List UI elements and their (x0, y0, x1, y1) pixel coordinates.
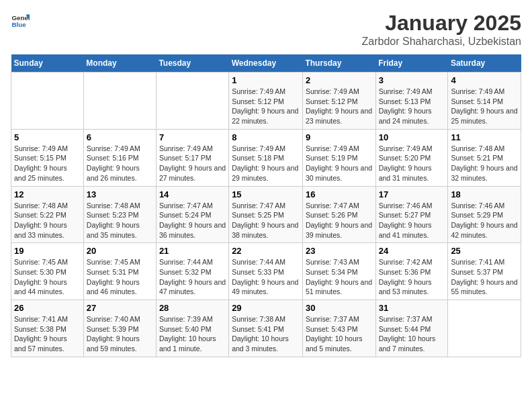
day-header-thursday: Thursday (302, 54, 375, 73)
calendar-cell: 22Sunrise: 7:44 AM Sunset: 5:33 PM Dayli… (229, 243, 303, 300)
day-info: Sunrise: 7:41 AM Sunset: 5:37 PM Dayligh… (451, 257, 518, 297)
day-info: Sunrise: 7:49 AM Sunset: 5:12 PM Dayligh… (232, 87, 300, 126)
day-number: 10 (379, 132, 445, 142)
calendar-cell: 3Sunrise: 7:49 AM Sunset: 5:13 PM Daylig… (375, 73, 448, 130)
day-number: 23 (306, 246, 373, 256)
calendar-cell: 7Sunrise: 7:49 AM Sunset: 5:17 PM Daylig… (156, 129, 228, 186)
day-info: Sunrise: 7:48 AM Sunset: 5:22 PM Dayligh… (14, 201, 81, 240)
day-number: 7 (159, 132, 226, 142)
calendar-cell: 16Sunrise: 7:47 AM Sunset: 5:26 PM Dayli… (302, 186, 375, 243)
day-number: 29 (232, 303, 300, 313)
day-number: 17 (379, 189, 445, 199)
calendar-cell: 24Sunrise: 7:42 AM Sunset: 5:36 PM Dayli… (375, 243, 448, 300)
day-info: Sunrise: 7:49 AM Sunset: 5:20 PM Dayligh… (379, 144, 445, 183)
day-number: 2 (306, 75, 373, 85)
calendar-cell (11, 73, 84, 130)
day-info: Sunrise: 7:37 AM Sunset: 5:43 PM Dayligh… (306, 314, 373, 354)
day-number: 27 (87, 303, 153, 313)
day-number: 21 (159, 246, 226, 256)
calendar-cell: 25Sunrise: 7:41 AM Sunset: 5:37 PM Dayli… (448, 243, 521, 300)
calendar-cell (156, 73, 228, 130)
calendar-cell: 23Sunrise: 7:43 AM Sunset: 5:34 PM Dayli… (302, 243, 375, 300)
calendar-week-3: 12Sunrise: 7:48 AM Sunset: 5:22 PM Dayli… (11, 186, 521, 243)
day-info: Sunrise: 7:44 AM Sunset: 5:33 PM Dayligh… (232, 257, 300, 297)
calendar-week-2: 5Sunrise: 7:49 AM Sunset: 5:15 PM Daylig… (11, 129, 521, 186)
day-number: 14 (159, 189, 226, 199)
day-info: Sunrise: 7:49 AM Sunset: 5:12 PM Dayligh… (306, 87, 373, 126)
calendar-cell: 2Sunrise: 7:49 AM Sunset: 5:12 PM Daylig… (302, 73, 375, 130)
day-info: Sunrise: 7:49 AM Sunset: 5:19 PM Dayligh… (306, 144, 373, 183)
svg-text:Blue: Blue (11, 21, 26, 28)
logo: General Blue (11, 11, 30, 30)
calendar-cell (448, 300, 521, 357)
calendar-cell: 12Sunrise: 7:48 AM Sunset: 5:22 PM Dayli… (11, 186, 84, 243)
day-info: Sunrise: 7:49 AM Sunset: 5:13 PM Dayligh… (379, 87, 445, 126)
calendar-cell: 1Sunrise: 7:49 AM Sunset: 5:12 PM Daylig… (229, 73, 303, 130)
calendar-cell: 14Sunrise: 7:47 AM Sunset: 5:24 PM Dayli… (156, 186, 228, 243)
calendar-cell: 20Sunrise: 7:45 AM Sunset: 5:31 PM Dayli… (83, 243, 156, 300)
day-number: 25 (451, 246, 518, 256)
calendar-cell: 29Sunrise: 7:38 AM Sunset: 5:41 PM Dayli… (229, 300, 303, 357)
day-number: 24 (379, 246, 445, 256)
header: General Blue January 2025 Zarbdor Shahar… (11, 11, 521, 48)
day-info: Sunrise: 7:42 AM Sunset: 5:36 PM Dayligh… (379, 257, 445, 297)
day-info: Sunrise: 7:47 AM Sunset: 5:24 PM Dayligh… (159, 201, 226, 240)
day-number: 26 (14, 303, 81, 313)
day-info: Sunrise: 7:49 AM Sunset: 5:18 PM Dayligh… (232, 144, 300, 183)
calendar-week-1: 1Sunrise: 7:49 AM Sunset: 5:12 PM Daylig… (11, 73, 521, 130)
subtitle: Zarbdor Shaharchasi, Uzbekistan (362, 36, 521, 48)
day-info: Sunrise: 7:46 AM Sunset: 5:27 PM Dayligh… (379, 201, 445, 240)
calendar-cell (83, 73, 156, 130)
day-header-sunday: Sunday (11, 54, 84, 73)
day-number: 31 (379, 303, 445, 313)
day-header-saturday: Saturday (448, 54, 521, 73)
day-number: 28 (159, 303, 226, 313)
day-info: Sunrise: 7:46 AM Sunset: 5:29 PM Dayligh… (451, 201, 518, 240)
day-number: 5 (14, 132, 81, 142)
calendar-cell: 6Sunrise: 7:49 AM Sunset: 5:16 PM Daylig… (83, 129, 156, 186)
day-info: Sunrise: 7:48 AM Sunset: 5:23 PM Dayligh… (87, 201, 153, 240)
day-number: 15 (232, 189, 300, 199)
day-number: 8 (232, 132, 300, 142)
calendar-cell: 13Sunrise: 7:48 AM Sunset: 5:23 PM Dayli… (83, 186, 156, 243)
day-info: Sunrise: 7:37 AM Sunset: 5:44 PM Dayligh… (379, 314, 445, 354)
calendar-cell: 4Sunrise: 7:49 AM Sunset: 5:14 PM Daylig… (448, 73, 521, 130)
day-info: Sunrise: 7:40 AM Sunset: 5:39 PM Dayligh… (87, 314, 153, 354)
day-info: Sunrise: 7:49 AM Sunset: 5:16 PM Dayligh… (87, 144, 153, 183)
calendar-cell: 26Sunrise: 7:41 AM Sunset: 5:38 PM Dayli… (11, 300, 84, 357)
day-info: Sunrise: 7:39 AM Sunset: 5:40 PM Dayligh… (159, 314, 226, 354)
calendar-cell: 30Sunrise: 7:37 AM Sunset: 5:43 PM Dayli… (302, 300, 375, 357)
day-info: Sunrise: 7:49 AM Sunset: 5:17 PM Dayligh… (159, 144, 226, 183)
day-number: 4 (451, 75, 518, 85)
day-number: 9 (306, 132, 373, 142)
day-number: 3 (379, 75, 445, 85)
day-header-monday: Monday (83, 54, 156, 73)
day-number: 1 (232, 75, 300, 85)
day-info: Sunrise: 7:44 AM Sunset: 5:32 PM Dayligh… (159, 257, 226, 297)
day-number: 20 (87, 246, 153, 256)
day-number: 30 (306, 303, 373, 313)
calendar-cell: 28Sunrise: 7:39 AM Sunset: 5:40 PM Dayli… (156, 300, 228, 357)
day-number: 16 (306, 189, 373, 199)
day-number: 18 (451, 189, 518, 199)
day-header-friday: Friday (375, 54, 448, 73)
calendar-header-row: SundayMondayTuesdayWednesdayThursdayFrid… (11, 54, 521, 73)
day-number: 13 (87, 189, 153, 199)
day-header-tuesday: Tuesday (156, 54, 228, 73)
day-number: 19 (14, 246, 81, 256)
calendar-cell: 19Sunrise: 7:45 AM Sunset: 5:30 PM Dayli… (11, 243, 84, 300)
day-info: Sunrise: 7:45 AM Sunset: 5:30 PM Dayligh… (14, 257, 81, 297)
calendar-table: SundayMondayTuesdayWednesdayThursdayFrid… (11, 54, 521, 357)
logo-icon: General Blue (11, 11, 30, 30)
calendar-week-5: 26Sunrise: 7:41 AM Sunset: 5:38 PM Dayli… (11, 300, 521, 357)
day-info: Sunrise: 7:47 AM Sunset: 5:25 PM Dayligh… (232, 201, 300, 240)
day-info: Sunrise: 7:38 AM Sunset: 5:41 PM Dayligh… (232, 314, 300, 354)
calendar-cell: 27Sunrise: 7:40 AM Sunset: 5:39 PM Dayli… (83, 300, 156, 357)
day-number: 12 (14, 189, 81, 199)
day-info: Sunrise: 7:49 AM Sunset: 5:15 PM Dayligh… (14, 144, 81, 183)
day-info: Sunrise: 7:47 AM Sunset: 5:26 PM Dayligh… (306, 201, 373, 240)
day-info: Sunrise: 7:41 AM Sunset: 5:38 PM Dayligh… (14, 314, 81, 354)
calendar-cell: 8Sunrise: 7:49 AM Sunset: 5:18 PM Daylig… (229, 129, 303, 186)
day-info: Sunrise: 7:45 AM Sunset: 5:31 PM Dayligh… (87, 257, 153, 297)
calendar-cell: 21Sunrise: 7:44 AM Sunset: 5:32 PM Dayli… (156, 243, 228, 300)
